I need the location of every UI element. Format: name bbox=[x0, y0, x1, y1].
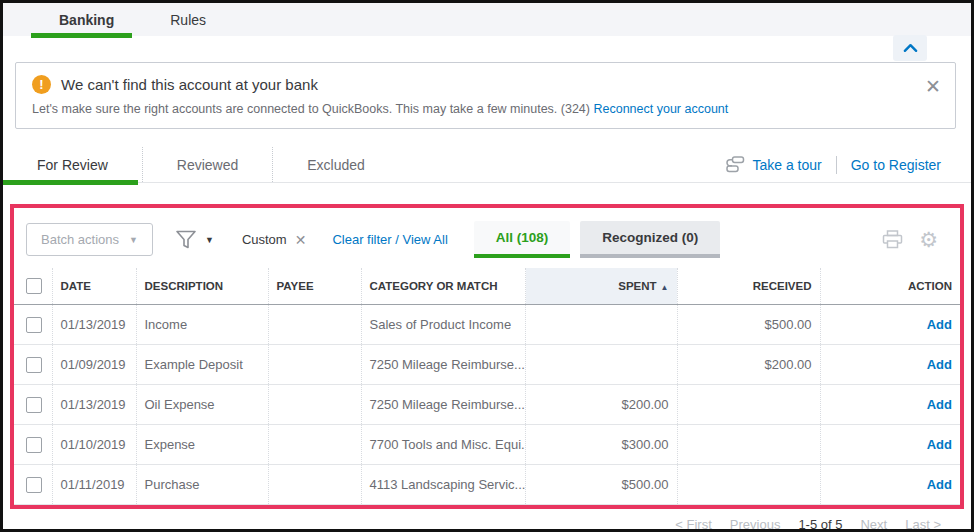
divider bbox=[836, 156, 837, 174]
pagination-next[interactable]: Next bbox=[860, 517, 887, 532]
cell-category: 4113 Landscaping Servic... bbox=[361, 465, 525, 505]
cell-payee bbox=[268, 385, 361, 425]
chevron-down-icon: ▼ bbox=[205, 235, 214, 245]
banner-header: ! We can't find this account at your ban… bbox=[32, 75, 915, 94]
banking-window: Banking Rules ! We can't find this accou… bbox=[0, 0, 974, 532]
table-row[interactable]: 01/13/2019 Oil Expense 7250 Mileage Reim… bbox=[14, 385, 960, 425]
pagination-range: 1-5 of 5 bbox=[798, 517, 842, 532]
pagination-first[interactable]: < First bbox=[675, 517, 711, 532]
cell-category: 7250 Mileage Reimburse... bbox=[361, 385, 525, 425]
tab-for-review[interactable]: For Review bbox=[3, 147, 142, 182]
filter-dropdown[interactable]: ▼ bbox=[175, 230, 214, 250]
row-checkbox[interactable] bbox=[26, 397, 42, 413]
add-button[interactable]: Add bbox=[927, 437, 952, 452]
cell-received bbox=[677, 465, 820, 505]
row-checkbox[interactable] bbox=[26, 357, 42, 373]
header-links: Take a tour Go to Register bbox=[726, 156, 971, 174]
transactions-panel: Batch actions ▼ ▼ Custom ✕ Clear filter … bbox=[10, 204, 964, 509]
close-icon[interactable]: ✕ bbox=[925, 77, 941, 96]
pagination-last[interactable]: Last > bbox=[905, 517, 941, 532]
cell-spent: $200.00 bbox=[525, 385, 677, 425]
col-received[interactable]: RECEIVED bbox=[677, 268, 820, 305]
print-icon[interactable] bbox=[882, 230, 903, 249]
cell-date: 01/11/2019 bbox=[52, 465, 136, 505]
table-row[interactable]: 01/09/2019 Example Deposit 7250 Mileage … bbox=[14, 345, 960, 385]
table-tool-icons: ⚙ bbox=[882, 229, 946, 250]
add-button[interactable]: Add bbox=[927, 397, 952, 412]
tab-rules[interactable]: Rules bbox=[156, 3, 220, 36]
col-category[interactable]: CATEGORY OR MATCH bbox=[361, 268, 525, 305]
table-row[interactable]: 01/13/2019 Income Sales of Product Incom… bbox=[14, 305, 960, 345]
top-tab-bar: Banking Rules bbox=[3, 3, 971, 36]
col-payee[interactable]: PAYEE bbox=[268, 268, 361, 305]
filter-funnel-icon bbox=[175, 230, 197, 250]
cell-date: 01/13/2019 bbox=[52, 305, 136, 345]
batch-actions-label: Batch actions bbox=[41, 232, 119, 247]
clear-filter-link[interactable]: Clear filter / View All bbox=[332, 232, 447, 247]
add-button[interactable]: Add bbox=[927, 357, 952, 372]
reconnect-account-link[interactable]: Reconnect your account bbox=[593, 102, 728, 116]
row-checkbox[interactable] bbox=[26, 317, 42, 333]
transactions-table: DATE DESCRIPTION PAYEE CATEGORY OR MATCH… bbox=[14, 268, 960, 505]
go-to-register-link[interactable]: Go to Register bbox=[851, 157, 941, 173]
custom-filter-chip: Custom ✕ bbox=[242, 232, 307, 248]
add-button[interactable]: Add bbox=[927, 317, 952, 332]
scroll-up-button[interactable] bbox=[893, 35, 927, 61]
warning-icon: ! bbox=[32, 75, 51, 94]
cell-date: 01/09/2019 bbox=[52, 345, 136, 385]
account-warning-banner: ! We can't find this account at your ban… bbox=[15, 62, 956, 129]
tab-banking[interactable]: Banking bbox=[45, 3, 128, 36]
review-tabs: For Review Reviewed Excluded bbox=[3, 147, 399, 182]
tour-icon bbox=[726, 156, 745, 173]
table-row[interactable]: 01/11/2019 Purchase 4113 Landscaping Ser… bbox=[14, 465, 960, 505]
batch-actions-dropdown[interactable]: Batch actions ▼ bbox=[26, 223, 153, 256]
col-action: ACTION bbox=[820, 268, 960, 305]
result-tabs: All (108) Recognized (0) bbox=[474, 221, 721, 258]
take-a-tour-link[interactable]: Take a tour bbox=[726, 156, 821, 173]
take-a-tour-label: Take a tour bbox=[752, 157, 821, 173]
chevron-up-icon bbox=[903, 43, 918, 53]
cell-description: Purchase bbox=[136, 465, 268, 505]
tab-all[interactable]: All (108) bbox=[474, 221, 571, 258]
cell-category: 7700 Tools and Misc. Equi... bbox=[361, 425, 525, 465]
add-button[interactable]: Add bbox=[927, 477, 952, 492]
cell-spent bbox=[525, 305, 677, 345]
row-checkbox[interactable] bbox=[26, 477, 42, 493]
tab-excluded[interactable]: Excluded bbox=[272, 147, 399, 182]
table-row[interactable]: 01/10/2019 Expense 7700 Tools and Misc. … bbox=[14, 425, 960, 465]
cell-category: Sales of Product Income bbox=[361, 305, 525, 345]
chevron-down-icon: ▼ bbox=[129, 235, 138, 245]
tab-reviewed[interactable]: Reviewed bbox=[142, 147, 272, 182]
banner-message-text: Let's make sure the right accounts are c… bbox=[32, 102, 590, 116]
cell-description: Oil Expense bbox=[136, 385, 268, 425]
cell-date: 01/13/2019 bbox=[52, 385, 136, 425]
row-checkbox[interactable] bbox=[26, 437, 42, 453]
col-spent-label: SPENT bbox=[618, 280, 656, 292]
tab-recognized[interactable]: Recognized (0) bbox=[580, 221, 720, 258]
gear-icon[interactable]: ⚙ bbox=[919, 229, 938, 250]
col-spent[interactable]: SPENT▲ bbox=[525, 268, 677, 305]
cell-received bbox=[677, 385, 820, 425]
cell-date: 01/10/2019 bbox=[52, 425, 136, 465]
col-description[interactable]: DESCRIPTION bbox=[136, 268, 268, 305]
pagination: < First Previous 1-5 of 5 Next Last > bbox=[3, 509, 971, 532]
remove-filter-icon[interactable]: ✕ bbox=[295, 232, 307, 248]
cell-category: 7250 Mileage Reimburse... bbox=[361, 345, 525, 385]
cell-received: $200.00 bbox=[677, 345, 820, 385]
table-header-row: DATE DESCRIPTION PAYEE CATEGORY OR MATCH… bbox=[14, 268, 960, 305]
cell-spent: $500.00 bbox=[525, 465, 677, 505]
sort-asc-icon: ▲ bbox=[661, 283, 669, 292]
cell-description: Income bbox=[136, 305, 268, 345]
col-date[interactable]: DATE bbox=[52, 268, 136, 305]
review-tabs-row: For Review Reviewed Excluded Take a tour… bbox=[3, 147, 971, 183]
banner-message: Let's make sure the right accounts are c… bbox=[32, 102, 915, 116]
custom-filter-label: Custom bbox=[242, 232, 287, 247]
banner-title: We can't find this account at your bank bbox=[61, 76, 318, 93]
select-all-checkbox[interactable] bbox=[26, 278, 42, 294]
cell-payee bbox=[268, 345, 361, 385]
cell-spent bbox=[525, 345, 677, 385]
pagination-previous[interactable]: Previous bbox=[730, 517, 781, 532]
cell-spent: $300.00 bbox=[525, 425, 677, 465]
cell-payee bbox=[268, 465, 361, 505]
cell-payee bbox=[268, 305, 361, 345]
